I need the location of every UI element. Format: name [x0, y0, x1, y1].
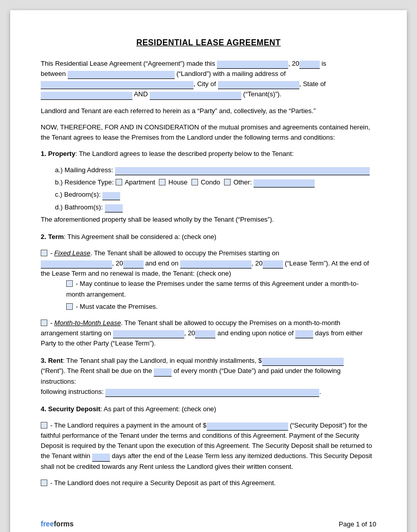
brand-free: free: [41, 520, 54, 528]
party-line: Landlord and Tenant are each referred to…: [41, 106, 376, 116]
document-title: RESIDENTIAL LEASE AGREEMENT: [41, 38, 376, 47]
fixed-lease-option: - Fixed Lease. The Tenant shall be allow…: [41, 248, 376, 312]
s4-text: : As part of this Agreement: (check one): [100, 405, 216, 413]
s4-opt2-text: - The Landlord does not require a Securi…: [50, 479, 276, 487]
brand-logo: freeforms: [41, 520, 74, 528]
s1-item-d: d.) Bathroom(s):: [55, 202, 376, 212]
month-lease-label: Month-to-Month Lease: [54, 319, 121, 327]
due-date-field[interactable]: [154, 368, 172, 377]
s3-text: : The Tenant shall pay the Landlord, in …: [63, 357, 262, 364]
section-1-property: 1. Property: The Landlord agrees to leas…: [41, 149, 376, 225]
landlord-name-field[interactable]: [68, 71, 175, 79]
month-lease-option: - Month-to-Month Lease. The Tenant shall…: [41, 318, 376, 349]
fixed-end-date-field[interactable]: [180, 260, 252, 269]
document-page: RESIDENTIAL LEASE AGREEMENT This Residen…: [10, 10, 407, 532]
bedrooms-field[interactable]: [102, 192, 120, 200]
s3-instructions-label: following instructions:: [41, 388, 104, 395]
consideration-text: NOW, THEREFORE, FOR AND IN CONSIDERATION…: [41, 122, 376, 143]
s1-closing: The aforementioned property shall be lea…: [41, 215, 376, 225]
section-2-term: 2. Term: This Agreement shall be conside…: [41, 232, 376, 349]
landlord-state-field[interactable]: [41, 92, 132, 100]
section-3-rent: 3. Rent: The Tenant shall pay the Landlo…: [41, 356, 376, 397]
mailing-address-field[interactable]: [115, 167, 370, 175]
intro-paragraph: This Residential Lease Agreement (“Agree…: [41, 59, 376, 100]
document-footer: freeforms Page 1 of 10: [41, 520, 376, 528]
s1-item-a: a.) Mailing Address:: [55, 165, 376, 175]
s4-opt1-days: days after the end of the Lease Term les…: [41, 452, 372, 470]
other-checkbox[interactable]: [224, 179, 231, 185]
landlord-address-field[interactable]: [41, 81, 193, 89]
fixed-lease-checkbox[interactable]: [41, 250, 47, 256]
payment-instructions-field[interactable]: [105, 389, 319, 397]
page-number: Page 1 of 10: [339, 520, 376, 528]
no-deposit-checkbox[interactable]: [41, 480, 47, 486]
fixed-lease-label: Fixed Lease: [54, 249, 91, 257]
agreement-year-field[interactable]: [299, 61, 320, 69]
s3-content: 3. Rent: The Tenant shall pay the Landlo…: [41, 356, 376, 397]
tenant-name-field[interactable]: [150, 92, 241, 100]
s2-header: 2. Term: This Agreement shall be conside…: [41, 232, 376, 242]
s1-number: 1.: [41, 150, 46, 157]
s4-header: 4. Security Deposit: As part of this Agr…: [41, 404, 376, 414]
month-lease-checkbox[interactable]: [41, 320, 47, 326]
apartment-checkbox[interactable]: [116, 179, 122, 185]
month-start-year-field[interactable]: [195, 330, 215, 338]
vacate-checkbox[interactable]: [66, 303, 73, 310]
brand-forms: forms: [54, 520, 74, 528]
deposit-amount-field[interactable]: [207, 422, 288, 431]
fixed-lease-text: . The Tenant shall be allowed to occupy …: [90, 249, 279, 257]
fixed-start-date-field[interactable]: [41, 260, 112, 269]
notice-days-field[interactable]: [295, 330, 313, 338]
s4-number: 4.: [41, 405, 46, 413]
rent-amount-field[interactable]: [262, 358, 344, 366]
house-checkbox[interactable]: [159, 179, 165, 185]
s3-number: 3.: [41, 357, 46, 364]
fixed-start-year-field[interactable]: [123, 260, 144, 269]
month-start-date-field[interactable]: [113, 330, 184, 338]
condo-checkbox[interactable]: [191, 179, 198, 185]
s4-option2: - The Landlord does not require a Securi…: [41, 478, 376, 488]
section-4-deposit: 4. Security Deposit: As part of this Agr…: [41, 404, 376, 488]
s4-title: Security Deposit: [48, 405, 100, 413]
s3-title: Rent: [48, 357, 63, 364]
s1-item-c: c.) Bedroom(s):: [55, 190, 376, 200]
deposit-required-checkbox[interactable]: [41, 422, 47, 429]
s4-option1: - The Landlord requires a payment in the…: [41, 420, 376, 472]
deposit-return-days-field[interactable]: [92, 454, 110, 462]
s1-text: : The Landlord agrees to lease the descr…: [75, 150, 294, 157]
agreement-date-field[interactable]: [217, 61, 288, 69]
fixed-sub2: - Must vacate the Premises.: [66, 302, 376, 312]
intro-line1: This Residential Lease Agreement (“Agree…: [41, 60, 215, 67]
continue-lease-checkbox[interactable]: [66, 280, 73, 287]
s2-number: 2.: [41, 233, 46, 241]
s4-opt1-prefix: - The Landlord requires a payment in the…: [50, 421, 207, 429]
landlord-city-field[interactable]: [218, 81, 299, 89]
s2-text: : This Agreement shall be considered a: …: [64, 233, 216, 241]
s3-rent-suffix: (“Rent”). The Rent shall be due on the: [41, 367, 152, 375]
other-type-field[interactable]: [254, 179, 315, 188]
fixed-end-year-field[interactable]: [263, 260, 283, 269]
s1-item-b: b.) Residence Type: Apartment House Cond…: [55, 177, 376, 188]
s1-title: Property: [48, 150, 75, 157]
fixed-sub1: - May continue to lease the Premises und…: [66, 279, 376, 299]
s1-header: 1. Property: The Landlord agrees to leas…: [41, 149, 376, 159]
bathrooms-field[interactable]: [105, 204, 123, 212]
s2-title: Term: [48, 233, 64, 241]
